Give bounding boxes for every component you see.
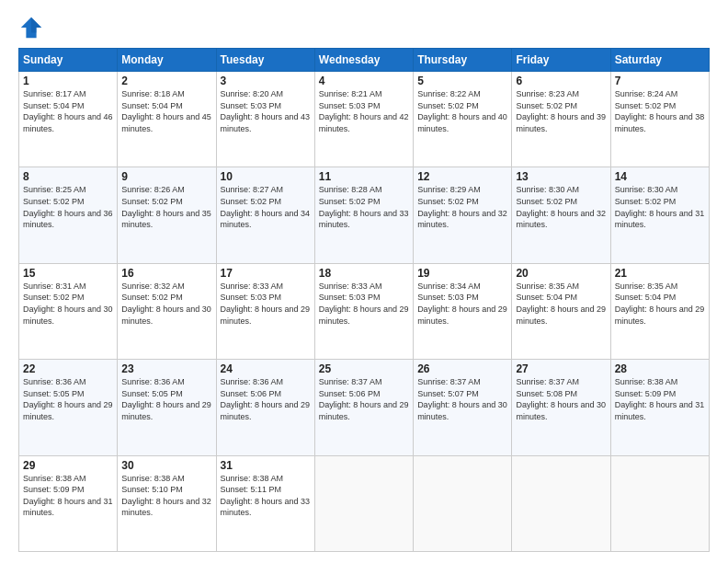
day-info: Sunrise: 8:38 AMSunset: 5:09 PMDaylight:… <box>23 473 113 519</box>
day-info: Sunrise: 8:18 AMSunset: 5:04 PMDaylight:… <box>121 88 211 134</box>
calendar-cell: 12Sunrise: 8:29 AMSunset: 5:02 PMDayligh… <box>414 167 512 263</box>
day-number: 24 <box>221 362 311 375</box>
day-number: 18 <box>319 267 409 280</box>
calendar-cell: 21Sunrise: 8:35 AMSunset: 5:04 PMDayligh… <box>610 263 709 359</box>
weekday-header-row: SundayMondayTuesdayWednesdayThursdayFrid… <box>19 49 710 72</box>
week-row-2: 15Sunrise: 8:31 AMSunset: 5:02 PMDayligh… <box>19 263 710 359</box>
calendar-cell <box>512 455 610 551</box>
logo <box>18 15 48 40</box>
day-number: 29 <box>23 459 113 472</box>
logo-icon <box>18 15 44 40</box>
day-number: 5 <box>417 75 507 87</box>
day-number: 11 <box>319 170 409 183</box>
day-number: 14 <box>615 170 705 183</box>
calendar-cell: 30Sunrise: 8:38 AMSunset: 5:10 PMDayligh… <box>118 455 216 551</box>
day-info: Sunrise: 8:17 AMSunset: 5:04 PMDaylight:… <box>23 88 113 134</box>
page: SundayMondayTuesdayWednesdayThursdayFrid… <box>0 0 728 563</box>
weekday-friday: Friday <box>512 49 610 72</box>
calendar-cell: 6Sunrise: 8:23 AMSunset: 5:02 PMDaylight… <box>512 72 610 167</box>
calendar-cell: 25Sunrise: 8:37 AMSunset: 5:06 PMDayligh… <box>314 360 413 455</box>
day-info: Sunrise: 8:23 AMSunset: 5:02 PMDaylight:… <box>516 88 606 134</box>
day-number: 4 <box>319 75 409 87</box>
weekday-tuesday: Tuesday <box>216 49 314 72</box>
calendar-cell: 28Sunrise: 8:38 AMSunset: 5:09 PMDayligh… <box>610 360 709 455</box>
day-info: Sunrise: 8:36 AMSunset: 5:05 PMDaylight:… <box>121 376 211 422</box>
calendar-cell: 1Sunrise: 8:17 AMSunset: 5:04 PMDaylight… <box>19 72 118 167</box>
weekday-sunday: Sunday <box>19 49 118 72</box>
day-number: 22 <box>23 362 113 375</box>
weekday-saturday: Saturday <box>610 49 709 72</box>
calendar-cell: 2Sunrise: 8:18 AMSunset: 5:04 PMDaylight… <box>118 72 216 167</box>
day-number: 7 <box>615 75 705 87</box>
day-info: Sunrise: 8:31 AMSunset: 5:02 PMDaylight:… <box>23 281 113 327</box>
day-info: Sunrise: 8:30 AMSunset: 5:02 PMDaylight:… <box>516 184 606 230</box>
day-info: Sunrise: 8:36 AMSunset: 5:06 PMDaylight:… <box>221 376 311 422</box>
day-info: Sunrise: 8:21 AMSunset: 5:03 PMDaylight:… <box>319 88 409 134</box>
day-number: 13 <box>516 170 606 183</box>
calendar-cell: 11Sunrise: 8:28 AMSunset: 5:02 PMDayligh… <box>314 167 413 263</box>
day-info: Sunrise: 8:33 AMSunset: 5:03 PMDaylight:… <box>221 281 311 327</box>
day-info: Sunrise: 8:37 AMSunset: 5:08 PMDaylight:… <box>516 376 606 422</box>
day-number: 19 <box>417 267 507 280</box>
day-info: Sunrise: 8:22 AMSunset: 5:02 PMDaylight:… <box>417 88 507 134</box>
calendar-cell: 23Sunrise: 8:36 AMSunset: 5:05 PMDayligh… <box>118 360 216 455</box>
day-number: 30 <box>121 459 211 472</box>
day-info: Sunrise: 8:35 AMSunset: 5:04 PMDaylight:… <box>516 281 606 327</box>
week-row-1: 8Sunrise: 8:25 AMSunset: 5:02 PMDaylight… <box>19 167 710 263</box>
calendar-cell: 26Sunrise: 8:37 AMSunset: 5:07 PMDayligh… <box>414 360 512 455</box>
day-number: 23 <box>121 362 211 375</box>
day-number: 31 <box>221 459 311 472</box>
day-number: 8 <box>23 170 113 183</box>
day-info: Sunrise: 8:32 AMSunset: 5:02 PMDaylight:… <box>121 281 211 327</box>
calendar-cell: 4Sunrise: 8:21 AMSunset: 5:03 PMDaylight… <box>314 72 413 167</box>
day-info: Sunrise: 8:38 AMSunset: 5:10 PMDaylight:… <box>121 473 211 519</box>
day-number: 16 <box>121 267 211 280</box>
calendar-cell: 15Sunrise: 8:31 AMSunset: 5:02 PMDayligh… <box>19 263 118 359</box>
calendar-cell: 9Sunrise: 8:26 AMSunset: 5:02 PMDaylight… <box>118 167 216 263</box>
day-number: 21 <box>615 267 705 280</box>
calendar-body: 1Sunrise: 8:17 AMSunset: 5:04 PMDaylight… <box>19 72 710 552</box>
day-info: Sunrise: 8:20 AMSunset: 5:03 PMDaylight:… <box>221 88 311 134</box>
calendar-cell: 22Sunrise: 8:36 AMSunset: 5:05 PMDayligh… <box>19 360 118 455</box>
day-number: 28 <box>615 362 705 375</box>
calendar-table: SundayMondayTuesdayWednesdayThursdayFrid… <box>18 48 710 552</box>
calendar-cell: 27Sunrise: 8:37 AMSunset: 5:08 PMDayligh… <box>512 360 610 455</box>
calendar-cell: 14Sunrise: 8:30 AMSunset: 5:02 PMDayligh… <box>610 167 709 263</box>
calendar-cell: 16Sunrise: 8:32 AMSunset: 5:02 PMDayligh… <box>118 263 216 359</box>
week-row-4: 29Sunrise: 8:38 AMSunset: 5:09 PMDayligh… <box>19 455 710 551</box>
calendar-cell: 5Sunrise: 8:22 AMSunset: 5:02 PMDaylight… <box>414 72 512 167</box>
calendar-cell: 3Sunrise: 8:20 AMSunset: 5:03 PMDaylight… <box>216 72 314 167</box>
weekday-thursday: Thursday <box>414 49 512 72</box>
day-info: Sunrise: 8:36 AMSunset: 5:05 PMDaylight:… <box>23 376 113 422</box>
day-info: Sunrise: 8:25 AMSunset: 5:02 PMDaylight:… <box>23 184 113 230</box>
day-info: Sunrise: 8:29 AMSunset: 5:02 PMDaylight:… <box>417 184 507 230</box>
day-number: 17 <box>221 267 311 280</box>
svg-marker-1 <box>31 17 41 33</box>
day-info: Sunrise: 8:37 AMSunset: 5:06 PMDaylight:… <box>319 376 409 422</box>
week-row-0: 1Sunrise: 8:17 AMSunset: 5:04 PMDaylight… <box>19 72 710 167</box>
day-number: 27 <box>516 362 606 375</box>
day-number: 1 <box>23 75 113 87</box>
day-number: 9 <box>121 170 211 183</box>
weekday-wednesday: Wednesday <box>314 49 413 72</box>
calendar-cell: 13Sunrise: 8:30 AMSunset: 5:02 PMDayligh… <box>512 167 610 263</box>
calendar-cell: 20Sunrise: 8:35 AMSunset: 5:04 PMDayligh… <box>512 263 610 359</box>
week-row-3: 22Sunrise: 8:36 AMSunset: 5:05 PMDayligh… <box>19 360 710 455</box>
calendar-cell: 29Sunrise: 8:38 AMSunset: 5:09 PMDayligh… <box>19 455 118 551</box>
day-info: Sunrise: 8:27 AMSunset: 5:02 PMDaylight:… <box>221 184 311 230</box>
day-number: 26 <box>417 362 507 375</box>
day-number: 15 <box>23 267 113 280</box>
day-info: Sunrise: 8:30 AMSunset: 5:02 PMDaylight:… <box>615 184 705 230</box>
day-info: Sunrise: 8:34 AMSunset: 5:03 PMDaylight:… <box>417 281 507 327</box>
day-info: Sunrise: 8:24 AMSunset: 5:02 PMDaylight:… <box>615 88 705 134</box>
day-info: Sunrise: 8:37 AMSunset: 5:07 PMDaylight:… <box>417 376 507 422</box>
day-number: 3 <box>221 75 311 87</box>
calendar-cell: 24Sunrise: 8:36 AMSunset: 5:06 PMDayligh… <box>216 360 314 455</box>
calendar-cell: 7Sunrise: 8:24 AMSunset: 5:02 PMDaylight… <box>610 72 709 167</box>
weekday-monday: Monday <box>118 49 216 72</box>
day-info: Sunrise: 8:33 AMSunset: 5:03 PMDaylight:… <box>319 281 409 327</box>
day-info: Sunrise: 8:35 AMSunset: 5:04 PMDaylight:… <box>615 281 705 327</box>
day-number: 2 <box>121 75 211 87</box>
header <box>18 15 710 40</box>
day-number: 20 <box>516 267 606 280</box>
